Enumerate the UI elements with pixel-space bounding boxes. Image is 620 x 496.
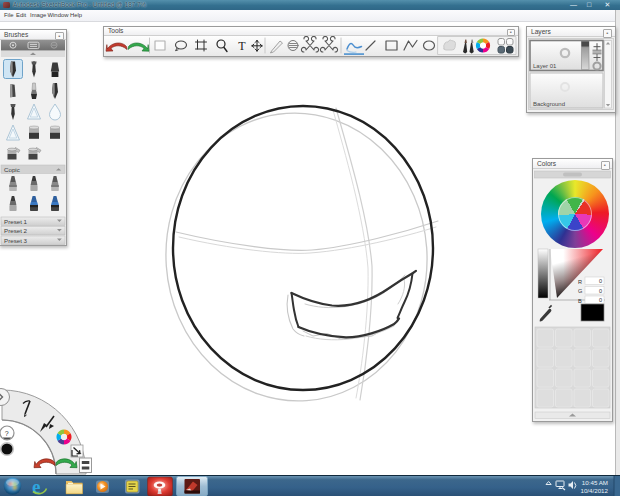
svg-text:T: T	[238, 39, 246, 53]
svg-text:Preset 3: Preset 3	[4, 237, 28, 244]
svg-text:0: 0	[599, 297, 602, 303]
svg-text:Preset 2: Preset 2	[4, 227, 28, 234]
svg-text:?: ?	[5, 430, 9, 437]
svg-text:Preset 1: Preset 1	[4, 218, 28, 225]
svg-text:G: G	[578, 288, 582, 294]
svg-text:B: B	[578, 298, 582, 304]
svg-text:R: R	[578, 279, 582, 285]
svg-text:Layer 01: Layer 01	[533, 63, 557, 69]
svg-text:10/4/2012: 10/4/2012	[580, 487, 608, 494]
svg-text:0: 0	[599, 288, 602, 294]
svg-text:Background: Background	[533, 101, 565, 107]
svg-text:10:45 AM: 10:45 AM	[582, 479, 608, 486]
svg-text:Copic: Copic	[4, 166, 20, 173]
svg-text:0: 0	[599, 278, 602, 284]
